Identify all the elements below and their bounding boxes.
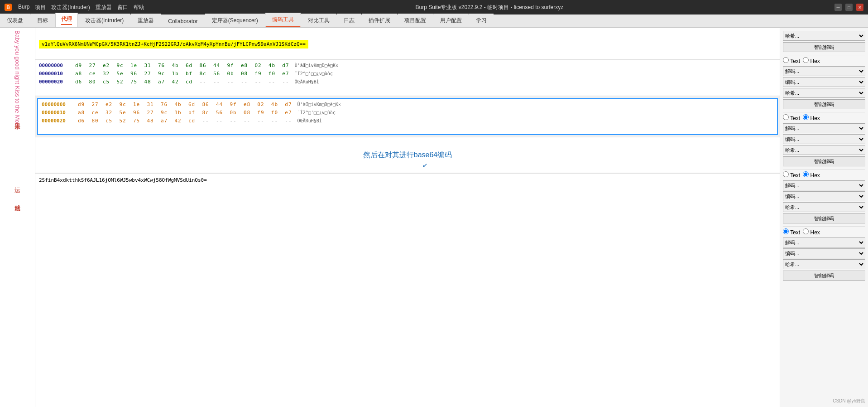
menu-bar: Burp 项目 攻击器(Intruder) 重放器 窗口 帮助 [18, 4, 144, 11]
tab-comparer[interactable]: 对比工具 [301, 14, 336, 27]
hex-addr-plain-0: 00000000 [39, 62, 75, 70]
tab-collaborator[interactable]: Collaborator [161, 15, 204, 27]
output-text[interactable]: 2SfinB4xdktthkSf6AJL16jOMl6WJ5wbv4xWCwj5… [39, 177, 776, 183]
tab-user-options[interactable]: 用户配置 [433, 14, 469, 27]
tab-learn[interactable]: 学习 [469, 14, 494, 27]
rp4-hex-radio[interactable] [803, 228, 809, 234]
hex-addr-sel-0: 00000000 [42, 101, 78, 109]
tab-decoder[interactable]: 编码工具 [265, 13, 301, 27]
rp3-text-radio[interactable] [783, 171, 789, 177]
rp3-text-label: Text [783, 171, 800, 179]
rp4-decode-select[interactable]: 解码... [783, 237, 865, 247]
title-left: B Burp 项目 攻击器(Intruder) 重放器 窗口 帮助 [5, 4, 144, 11]
rp4-text-label: Text [783, 228, 800, 236]
hex-addr-sel-2: 00000020 [42, 117, 78, 125]
tab-sequencer[interactable]: 定序器(Sequencer) [205, 14, 265, 27]
content-area: v1aYlQuVvRX6NmUNWMCpGX/5K3RK1tnZJ+KcHjF2… [35, 28, 780, 407]
rp1-hash-select[interactable]: 哈希... [783, 88, 865, 98]
hex-row-sel-2: 00000020 d6 80 c5 52 75 48 a7 42 cd -- -… [42, 117, 773, 125]
section-annotation: 然后在对其进行base64编码 ↙ [35, 137, 780, 173]
rp1-decode-select[interactable]: 解码... [783, 66, 865, 76]
rp-group-2: Text Hex 解码... 编码... 哈希... 智能解码 [783, 114, 865, 170]
right-panel: 哈希... 智能解码 Text Hex 解码... 编码... 哈希... 智能… [780, 28, 868, 407]
rp-smart-decode-top[interactable]: 智能解码 [783, 42, 865, 52]
annotation-text: 然后在对其进行base64编码 [363, 150, 452, 160]
rp4-hash-select[interactable]: 哈希... [783, 259, 865, 269]
rp4-text-radio[interactable] [783, 228, 789, 234]
hex-row-sel-0: 00000000 d9 27 e2 9c 1e 31 76 4b 6d 86 4… [42, 101, 773, 109]
section-hex-selected: 00000000 d9 27 e2 9c 1e 31 76 4b 6d 86 4… [37, 98, 778, 135]
app-title: Burp Suite专业版 v2022.9.2 - 临时项目 - license… [415, 4, 563, 11]
deco-text-1: Baby you good night Kiss to the Moon [14, 30, 21, 130]
rp2-smart-btn[interactable]: 智能解码 [783, 156, 865, 166]
main-area: Baby you good night Kiss to the Moon 来工口… [0, 28, 868, 407]
section-hex-plain: 00000000 d9 27 e2 9c 1e 31 76 4b 6d 86 4… [35, 60, 780, 96]
rp1-hex-radio[interactable] [803, 57, 809, 63]
tab-logger[interactable]: 日志 [337, 14, 361, 27]
menu-window[interactable]: 窗口 [117, 4, 128, 11]
sidebar-decoration: Baby you good night Kiss to the Moon 来工口… [0, 28, 35, 407]
rp1-text-label: Text [783, 57, 800, 64]
rp3-hex-radio[interactable] [803, 171, 809, 177]
rp3-smart-btn[interactable]: 智能解码 [783, 213, 865, 223]
maximize-button[interactable]: □ [845, 4, 853, 11]
rp4-encode-select[interactable]: 编码... [783, 248, 865, 258]
rp2-hex-radio[interactable] [803, 114, 809, 120]
rp-hash-select-top[interactable]: 哈希... [783, 31, 865, 41]
hex-row-plain-1: 00000010 a8 ce 32 5e 96 27 9c 1b bf 8c 5… [39, 70, 776, 78]
annotation-arrow: ↙ [422, 160, 427, 169]
rp2-text-label: Text [783, 114, 800, 121]
menu-repeater[interactable]: 重放器 [96, 4, 112, 11]
rp3-decode-select[interactable]: 解码... [783, 180, 865, 190]
rp1-hex-label: Hex [803, 57, 820, 64]
rp4-smart-btn[interactable]: 智能解码 [783, 271, 865, 281]
rp1-encode-select[interactable]: 编码... [783, 77, 865, 87]
rp2-encode-select[interactable]: 编码... [783, 134, 865, 144]
rp-group-1: Text Hex 解码... 编码... 哈希... 智能解码 [783, 57, 865, 112]
hex-row-sel-1: 00000010 a8 ce 32 5e 96 27 9c 1b bf 8c 5… [42, 109, 773, 117]
csdn-watermark: CSDN @yh野良 [783, 398, 865, 404]
rp1-smart-btn[interactable]: 智能解码 [783, 99, 865, 109]
rp-group-top-hash: 哈希... 智能解码 [783, 31, 865, 55]
hex-addr-sel-1: 00000010 [42, 109, 78, 117]
close-button[interactable]: ✕ [856, 4, 863, 11]
hex-row-plain-0: 00000000 d9 27 e2 9c 1e 31 76 4b 6d 86 4… [39, 62, 776, 70]
title-bar: B Burp 项目 攻击器(Intruder) 重放器 窗口 帮助 Burp S… [0, 0, 868, 15]
hex-addr-plain-1: 00000010 [39, 70, 75, 78]
tab-intruder[interactable]: 攻击器(Intruder) [78, 14, 130, 27]
menu-project[interactable]: 项目 [35, 4, 46, 11]
tab-repeater[interactable]: 重放器 [131, 14, 161, 27]
menu-burp[interactable]: Burp [18, 4, 29, 11]
rp-group-4: Text Hex 解码... 编码... 哈希... 智能解码 [783, 228, 865, 283]
rp4-hex-label: Hex [803, 228, 820, 236]
rp2-hex-label: Hex [803, 114, 820, 121]
section-output: 2SfinB4xdktthkSf6AJL16jOMl6WJ5wbv4xWCwj5… [35, 173, 780, 407]
rp2-hash-select[interactable]: 哈希... [783, 145, 865, 155]
rp2-decode-select[interactable]: 解码... [783, 123, 865, 133]
rp2-text-radio[interactable] [783, 114, 789, 120]
tab-dashboard[interactable]: 仪表盘 [0, 14, 30, 27]
burp-logo-icon: B [5, 4, 12, 11]
tab-proxy[interactable]: 代理 [55, 13, 78, 27]
hex-row-plain-2: 00000020 d6 80 c5 52 75 48 a7 42 cd -- -… [39, 78, 776, 86]
tab-extensions[interactable]: 插件扩展 [362, 14, 397, 27]
rp3-hex-label: Hex [803, 171, 820, 179]
minimize-button[interactable]: ─ [834, 4, 842, 11]
rp3-hash-select[interactable]: 哈希... [783, 202, 865, 212]
rp3-encode-select[interactable]: 编码... [783, 191, 865, 201]
tab-target[interactable]: 目标 [30, 14, 55, 27]
tab-project-options[interactable]: 项目配置 [398, 14, 433, 27]
menu-help[interactable]: 帮助 [134, 4, 144, 11]
rp-group-3: Text Hex 解码... 编码... 哈希... 智能解码 [783, 171, 865, 227]
rp1-text-radio[interactable] [783, 57, 789, 63]
menu-intruder[interactable]: 攻击器(Intruder) [51, 4, 90, 11]
hex-addr-plain-2: 00000020 [39, 78, 75, 86]
tab-bar: 仪表盘 目标 代理 攻击器(Intruder) 重放器 Collaborator… [0, 15, 868, 28]
window-controls: ─ □ ✕ [834, 4, 863, 11]
encoded-text-yellow[interactable]: v1aYlQuVvRX6NmUNWMCpGX/5K3RK1tnZJ+KcHjF2… [39, 40, 308, 48]
section-encoded-input: v1aYlQuVvRX6NmUNWMCpGX/5K3RK1tnZJ+KcHjF2… [35, 28, 780, 60]
